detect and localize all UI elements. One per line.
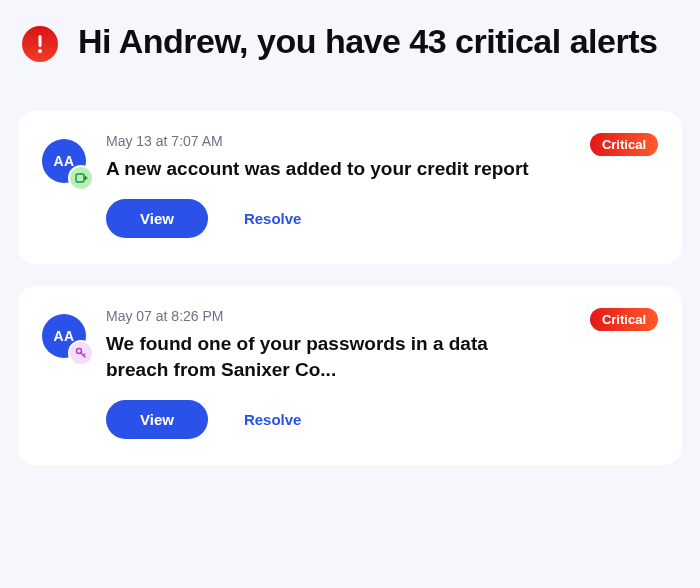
severity-badge: Critical <box>590 133 658 156</box>
exclamation-icon <box>22 26 58 62</box>
severity-badge: Critical <box>590 308 658 331</box>
key-icon <box>68 340 94 366</box>
alert-title: We found one of your passwords in a data… <box>106 331 536 382</box>
alert-actions: View Resolve <box>106 199 658 238</box>
svg-point-1 <box>38 49 42 53</box>
resolve-button[interactable]: Resolve <box>244 411 302 428</box>
card-body: May 07 at 8:26 PM Critical We found one … <box>106 308 658 439</box>
avatar-wrap: AA <box>42 139 86 183</box>
svg-rect-2 <box>76 174 84 182</box>
account-added-icon <box>68 165 94 191</box>
resolve-button[interactable]: Resolve <box>244 210 302 227</box>
alert-actions: View Resolve <box>106 400 658 439</box>
alert-timestamp: May 07 at 8:26 PM <box>106 308 224 324</box>
view-button[interactable]: View <box>106 199 208 238</box>
alert-timestamp: May 13 at 7:07 AM <box>106 133 223 149</box>
page-title: Hi Andrew, you have 43 critical alerts <box>78 20 657 63</box>
page-header: Hi Andrew, you have 43 critical alerts <box>18 20 682 63</box>
alert-title: A new account was added to your credit r… <box>106 156 536 182</box>
svg-rect-0 <box>39 35 42 47</box>
alert-card: AA May 07 at 8:26 PM Critical We found o… <box>18 286 682 465</box>
card-body: May 13 at 7:07 AM Critical A new account… <box>106 133 658 239</box>
avatar-wrap: AA <box>42 314 86 358</box>
view-button[interactable]: View <box>106 400 208 439</box>
alert-card: AA May 13 at 7:07 AM Critical A new acco… <box>18 111 682 265</box>
